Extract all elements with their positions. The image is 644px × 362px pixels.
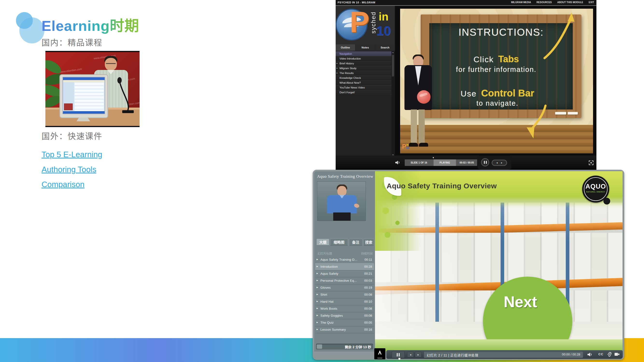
aquo-list-item[interactable]: ▶ Lesson Summary 00:16: [315, 326, 374, 333]
item-title: Personal Protective Eq...: [320, 279, 357, 282]
aquo-list-item[interactable]: ▶ Hard Hat 00:10: [315, 298, 374, 305]
menu-about-module[interactable]: ABOUT THIS MODULE: [557, 1, 583, 3]
annotation-arrows: [400, 9, 593, 153]
nav-scrollbar[interactable]: ▲ ▼: [392, 51, 394, 157]
psyched-logo-p: P: [350, 6, 369, 39]
aquo-list-item[interactable]: ▶ Aquo Safety Training O... 00:11: [315, 256, 374, 263]
nav-item-navigation[interactable]: Navigation: [336, 51, 392, 56]
aquo-logo-dot: [604, 198, 610, 204]
nav-label: YouTube News Video: [340, 86, 365, 89]
aquo-presenter-video[interactable]: [317, 181, 366, 221]
nav-item-youtube-news-video[interactable]: YouTube News Video: [336, 85, 392, 90]
tab-outline[interactable]: Outline: [336, 44, 356, 51]
psyched-window-title: PSYCHED IN 10 - MILGRAM: [338, 1, 375, 4]
psyched-sidebar: P syched in 10 Outline Notes Search Navi…: [336, 6, 395, 157]
seek-marker[interactable]: [398, 358, 400, 360]
slide-counter: SLIDE 1 OF 16: [405, 160, 433, 166]
pause-bar-icon: [486, 161, 487, 164]
item-title: Shirt: [320, 293, 327, 296]
aquo-volume-icon[interactable]: [587, 352, 592, 357]
monitor: [60, 74, 108, 118]
step-buttons[interactable]: ◄ ►: [492, 160, 507, 166]
aquo-prev-button[interactable]: ◄: [407, 352, 414, 358]
bullet-icon: ▶: [316, 279, 318, 281]
step-prev-icon[interactable]: ◄: [496, 162, 498, 164]
nav-label: Video Introduction: [340, 57, 361, 60]
link-authoring-tools[interactable]: Authoring Tools: [42, 165, 152, 174]
step-next-icon: ►: [417, 354, 420, 356]
aquo-sidebar: Aquo Safety Training Overview 大纲 缩略图 备注 …: [314, 171, 375, 352]
pause-bar-icon: [399, 353, 400, 357]
aquo-list-item-active[interactable]: ▶ Introduction 00:28: [315, 263, 374, 270]
pause-button[interactable]: [481, 158, 489, 167]
next-button-label: Next: [483, 293, 558, 311]
nav-label: Navigation: [340, 52, 352, 55]
pause-bar-icon: [484, 161, 485, 164]
tab-search[interactable]: Search: [375, 44, 395, 51]
link-block: Top 5 E-Learning Authoring Tools Compari…: [42, 150, 152, 195]
seek-caret-icon[interactable]: ▼: [432, 157, 434, 159]
menu-exit[interactable]: EXIT: [589, 1, 594, 3]
item-title: Aquo Safety: [320, 272, 338, 275]
remaining-time-label: 剩余 2 分钟 13 秒: [345, 344, 371, 349]
remaining-time-thumb[interactable]: [317, 344, 322, 349]
tab-notes[interactable]: Notes: [356, 44, 375, 51]
aquo-list-item[interactable]: ▶ Gloves 00:19: [315, 284, 374, 291]
adobe-badge: Adobe: [374, 348, 386, 359]
item-title: Safety Goggles: [320, 314, 343, 317]
item-title: Gloves: [320, 286, 330, 289]
item-duration: 00:28: [364, 265, 372, 268]
aquo-list-item[interactable]: ▶ Aquo Safety 00:21: [315, 270, 374, 277]
screen-content: [74, 83, 104, 111]
nav-item-brief-history[interactable]: ▸Brief History: [336, 61, 392, 66]
nav-item-dont-forget[interactable]: Don't Forget!: [336, 90, 392, 95]
scroll-up-icon[interactable]: ▲: [392, 51, 394, 54]
attachment-icon[interactable]: [607, 352, 612, 357]
aquo-list-item[interactable]: ▶ Shirt 00:08: [315, 291, 374, 298]
menu-resources[interactable]: RESOURCES: [536, 1, 552, 3]
item-duration: 00:21: [364, 272, 372, 275]
playback-time: 00:02 / 00:05: [456, 160, 477, 166]
mini-logo-in: in: [406, 143, 409, 146]
aquo-tab-search[interactable]: 搜索: [364, 239, 374, 245]
aquo-status-text: 幻灯片 2 / 11 | 正在进行缓冲处理: [427, 353, 478, 358]
aquo-tab-label: 搜索: [365, 240, 372, 244]
aquo-tab-outline[interactable]: 大纲: [316, 239, 329, 245]
aquo-next-button[interactable]: ►: [415, 352, 422, 358]
aquo-pause-button[interactable]: [392, 351, 405, 358]
microphone-icon: [113, 75, 135, 114]
link-top5-elearning[interactable]: Top 5 E-Learning: [42, 150, 152, 159]
nav-item-what-about-now[interactable]: What About Now?: [336, 80, 392, 85]
aquo-list-item[interactable]: ▶ Safety Goggles 00:08: [315, 312, 374, 319]
nav-item-milgram-study[interactable]: ▸Milgram Study: [336, 66, 392, 71]
molecule-dot: [382, 207, 389, 214]
aquo-list-item[interactable]: ▶ The Quiz 00:05: [315, 319, 374, 326]
aquo-list-item[interactable]: ▶ Work Boots 00:08: [315, 305, 374, 312]
fullscreen-icon[interactable]: [588, 160, 594, 166]
mini-logo-p: P: [402, 143, 406, 150]
nav-item-the-results[interactable]: ▸The Results: [336, 71, 392, 75]
psyched-logo: P syched in 10: [336, 6, 395, 44]
psyched-titlebar: PSYCHED IN 10 - MILGRAM MILGRAM MEDIA RE…: [336, 0, 596, 6]
aquo-status-box: 幻灯片 2 / 11 | 正在进行缓冲处理 00:00 / 00:28: [424, 351, 583, 358]
screen-titlebar: [63, 77, 104, 80]
aquo-list-item[interactable]: ▶ Personal Protective Eq... 00:03: [315, 277, 374, 284]
aquo-tab-notes[interactable]: 备注: [349, 239, 362, 245]
link-comparison[interactable]: Comparison: [42, 180, 152, 189]
remaining-time-track: 剩余 2 分钟 13 秒: [316, 344, 373, 350]
scrollbar-thumb[interactable]: [392, 55, 394, 76]
aquo-slide-title: Aquo Safety Training Overview: [386, 182, 497, 190]
item-duration: 00:08: [364, 307, 372, 310]
cc-button[interactable]: CC: [598, 352, 604, 356]
aquo-presenter-pants: [333, 212, 350, 221]
menu-milgram-media[interactable]: MILGRAM MEDIA: [511, 1, 531, 3]
presenter-view-icon[interactable]: [614, 352, 620, 357]
aquo-tab-thumbnails[interactable]: 缩略图: [330, 239, 348, 245]
step-next-icon[interactable]: ►: [500, 162, 503, 164]
item-duration: 00:08: [364, 314, 372, 317]
monitor-stand: [76, 117, 90, 121]
nav-item-video-introduction[interactable]: Video Introduction: [336, 56, 392, 61]
volume-icon[interactable]: [395, 160, 400, 165]
nav-item-knowledge-check[interactable]: Knowledge Check: [336, 75, 392, 80]
column-slide-title: 幻灯片标题: [318, 251, 332, 255]
